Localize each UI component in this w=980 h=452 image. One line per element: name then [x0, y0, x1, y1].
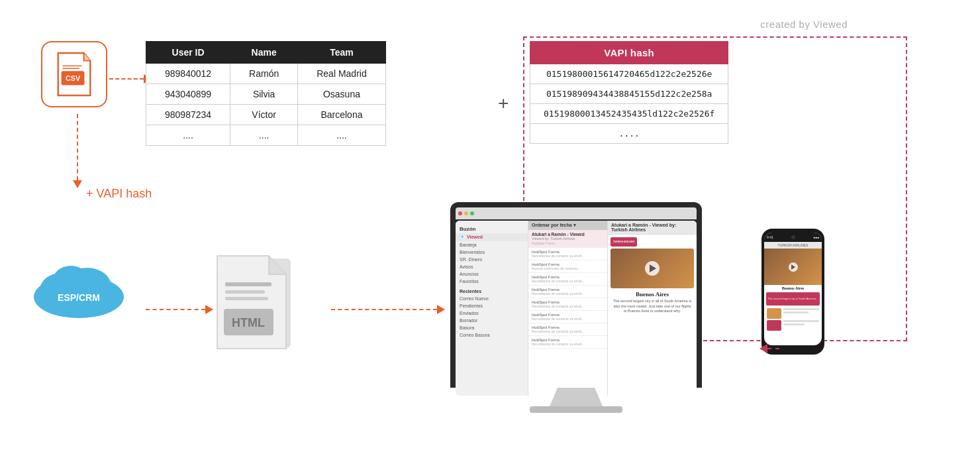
- minimize-dot: [464, 211, 468, 215]
- phone-play-button: [789, 262, 798, 272]
- maximize-dot: [470, 211, 474, 215]
- monitor-wrapper: Buzón 📧 Viewed Bandeja Bienvenidos SR. D…: [450, 202, 702, 413]
- play-triangle-icon: [650, 264, 656, 272]
- phone-line-1: [783, 308, 819, 310]
- svg-rect-12: [225, 290, 265, 294]
- vapi-header: VAPI hash: [530, 42, 728, 64]
- monitor-base: [530, 406, 622, 413]
- email-item-3: HubSpot Forms Nuevas solicitudes de cont…: [528, 260, 607, 273]
- phone-status-bar: 9:41 ●●●: [764, 233, 822, 242]
- phone-line-3: [783, 320, 819, 322]
- sidebar-bienvenidos: Bienvenidos: [456, 249, 528, 256]
- monitor-screen: Buzón 📧 Viewed Bandeja Bienvenidos SR. D…: [456, 221, 697, 396]
- city-title: Buenos Aires: [611, 291, 694, 298]
- sidebar-header: Buzón: [456, 223, 528, 233]
- vertical-dotted-line: [77, 114, 78, 180]
- email-item-8: HubSpot Forms Recordamos de contacto ya …: [528, 323, 607, 336]
- dotted-arrow-html-monitor: [331, 305, 445, 314]
- email-list-header: Ordenar por fecha ▾: [528, 221, 607, 230]
- arrow-rect-to-phone: [760, 344, 779, 353]
- vapi-hash-cell: ....: [530, 124, 728, 144]
- data-table: User ID Name Team 989840012RamónReal Mad…: [146, 41, 386, 146]
- sidebar-correo-basura: Correo Basura: [456, 331, 528, 339]
- city-description: The second largest city in all of South …: [611, 299, 694, 314]
- email-item-6: HubSpot Forms Recordamos de contacto ya …: [528, 298, 607, 311]
- table-cell: Víctor: [230, 105, 298, 125]
- email-item-2: HubSpot Forms Recordamos de contacto ya …: [528, 248, 607, 260]
- arrow-esp-to-html: [146, 305, 213, 314]
- watermark: created by Viewed: [760, 19, 848, 30]
- email-content-header: Atukari a Ramón - Viewed by: Turkish Air…: [608, 221, 697, 235]
- email-item-4: HubSpot Forms Recordamos de contacto ya …: [528, 273, 607, 286]
- table-row: 980987234VíctorBarcelona: [146, 105, 386, 125]
- phone-play-triangle: [791, 264, 795, 270]
- vapi-row: 015198000156147204​65d122c2e2526e: [530, 64, 728, 84]
- monitor-outer: Buzón 📧 Viewed Bandeja Bienvenidos SR. D…: [450, 202, 702, 388]
- sidebar-enviados: Enviados: [456, 310, 528, 317]
- table-cell: Barcelona: [298, 105, 385, 125]
- table-row: ............: [146, 125, 386, 146]
- sidebar-avisos: Avisos: [456, 263, 528, 270]
- dotted-line: [109, 78, 144, 80]
- csv-file-icon: CSV: [54, 52, 94, 97]
- arrow-down-left: [73, 114, 82, 188]
- phone-content-rows: [764, 307, 822, 333]
- esp-crm-cloud: ESP/CRM: [28, 252, 130, 327]
- sidebar-recientes: Recientes: [456, 288, 528, 295]
- mac-top-bar: [456, 207, 697, 219]
- table-cell: 980987234: [146, 105, 230, 125]
- vapi-hash-cell: 015198000156147204​65d122c2e2526e: [530, 64, 728, 84]
- phone-red-text: The second largest city in South America…: [767, 297, 820, 300]
- arrow-head-left-pink: [760, 344, 767, 353]
- svg-text:HTML: HTML: [232, 316, 265, 329]
- email-item-7: HubSpot Forms Recordamos de contacto ya …: [528, 311, 607, 323]
- phone-text-2: [783, 320, 819, 331]
- plus-sign: +: [498, 93, 509, 114]
- html-document-icon: HTML: [209, 251, 302, 363]
- table-cell: ....: [298, 125, 385, 146]
- svg-rect-13: [225, 297, 268, 300]
- arrow-head: [437, 305, 445, 314]
- phone-video-thumb: [764, 249, 822, 285]
- email-list: Ordenar por fecha ▾ Atukari a Ramón - Vi…: [528, 221, 608, 396]
- cloud-svg: ESP/CRM: [28, 252, 130, 325]
- email-content: Atukari a Ramón - Viewed by: Turkish Air…: [608, 221, 697, 396]
- sidebar-sr-dinero: SR. Dinero: [456, 256, 528, 263]
- phone-wrapper: 9:41 ●●● TURKISH AIRLINES Buenos Aires T…: [761, 229, 824, 355]
- svg-text:CSV: CSV: [66, 74, 81, 82]
- table-cell: ....: [230, 125, 298, 146]
- sidebar-anuncios: Anuncios: [456, 270, 528, 278]
- table-cell: Silvia: [230, 84, 298, 105]
- monitor-stand: [550, 388, 603, 406]
- phone-text-1: [783, 308, 819, 319]
- sidebar-favoritos: Favoritos: [456, 278, 528, 285]
- phone-red-bar: The second largest city in South America…: [766, 292, 820, 306]
- sidebar-basura: Basura: [456, 324, 528, 331]
- phone-row-2: [767, 320, 819, 331]
- vapi-hash-label: + VAPI hash: [86, 187, 152, 201]
- email-sidebar: Buzón 📧 Viewed Bandeja Bienvenidos SR. D…: [456, 221, 528, 396]
- arrow-head-down: [73, 180, 82, 188]
- email-item-1: Atukari a Ramón - Viewed Viewed by: Turk…: [528, 230, 607, 248]
- html-doc-wrapper: HTML: [209, 251, 302, 366]
- close-dot: [458, 211, 462, 215]
- phone-line-2: [783, 311, 808, 313]
- table-row: 989840012RamónReal Madrid: [146, 64, 386, 84]
- email-item-5: HubSpot Forms Recordamos de contacto ya …: [528, 286, 607, 298]
- vapi-row: 015198909434438845​155d122c2e258a: [530, 84, 728, 104]
- main-canvas: created by Viewed CSV: [0, 0, 980, 452]
- sidebar-pendientes: Pendientes: [456, 302, 528, 310]
- col-header-name: Name: [230, 42, 298, 64]
- phone-screen: 9:41 ●●● TURKISH AIRLINES Buenos Aires T…: [764, 233, 822, 345]
- airline-header: TURKISH AIRLINES: [611, 237, 694, 247]
- table-cell: Osasuna: [298, 84, 385, 105]
- vapi-row: ....: [530, 124, 728, 144]
- svg-text:ESP/CRM: ESP/CRM: [58, 292, 100, 303]
- phone-line-4: [783, 323, 805, 325]
- col-header-userid: User ID: [146, 42, 230, 64]
- airline-logo-text: TURKISH AIRLINES: [612, 241, 636, 243]
- sidebar-borrador: Borrador: [456, 317, 528, 324]
- vapi-hash-cell: 015198000134524354​35ld122c2e2526f: [530, 104, 728, 124]
- table-cell: 989840012: [146, 64, 230, 84]
- phone-airline-name: TURKISH AIRLINES: [764, 242, 822, 249]
